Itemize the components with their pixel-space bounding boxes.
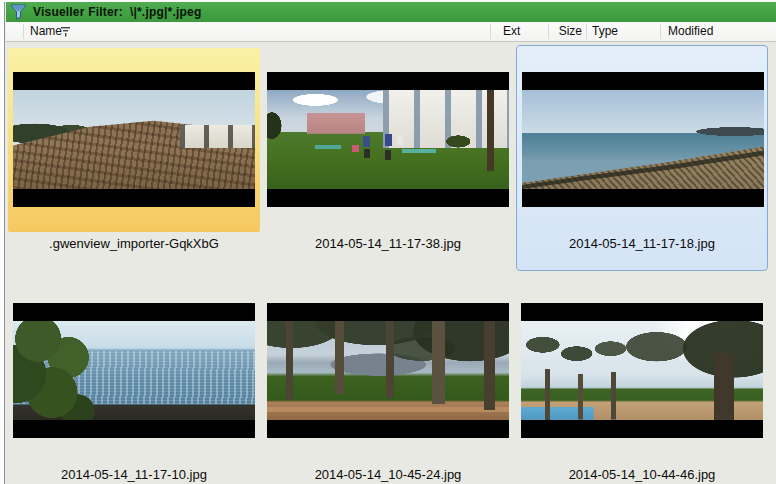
filter-bar-pattern: \|*.jpg|*.jpeg [130,5,202,19]
file-item-10-44-46[interactable]: 2014-05-14_10-44-46.jpg [516,277,768,484]
file-item-11-17-38[interactable]: 2014-05-14_11-17-38.jpg [262,46,514,272]
column-separator[interactable] [660,24,661,39]
thumbnail-image-roof [13,90,255,189]
thumbnail-image-garden [267,90,509,189]
thumbnail [267,72,509,207]
thumbnail-grid: .gwenview_importer-GqkXbG 2014-05-14_11-… [6,43,776,484]
file-name: 2014-05-14_11-17-18.jpg [517,236,767,251]
thumbnail-image-palm-shade [267,321,509,420]
thumbnail-image-tree-sea [13,321,255,420]
column-header-size[interactable]: Size [559,24,582,38]
file-name: 2014-05-14_11-17-10.jpg [8,467,260,482]
file-manager-window: Visueller Filter: \|*.jpg|*.jpeg Name Ex… [0,0,776,484]
column-header-ext[interactable]: Ext [503,24,520,38]
file-item-10-45-24[interactable]: 2014-05-14_10-45-24.jpg [262,277,514,484]
thumbnail-image-palm-pool [521,321,763,420]
column-separator[interactable] [490,24,491,39]
visual-filter-bar: Visueller Filter: \|*.jpg|*.jpeg [6,2,776,22]
thumbnail-image-coast [522,90,764,189]
file-item-11-17-10[interactable]: 2014-05-14_11-17-10.jpg [8,277,260,484]
column-separator[interactable] [586,24,587,39]
filter-funnel-icon[interactable] [60,26,71,37]
file-name: 2014-05-14_10-44-46.jpg [516,467,768,482]
funnel-icon [10,4,27,20]
file-name: .gwenview_importer-GqkXbG [8,236,260,251]
thumbnail [13,72,255,207]
column-header-row: Name Ext Size Type Modified [6,22,776,42]
panel-left-border [0,2,5,484]
thumbnail [521,303,763,438]
file-name: 2014-05-14_11-17-38.jpg [262,236,514,251]
column-header-name[interactable]: Name [30,24,62,38]
filter-bar-label: Visueller Filter: [33,5,123,19]
column-separator [23,24,24,39]
column-separator[interactable] [548,24,549,39]
thumbnail [522,72,764,207]
file-item-gwenview-importer[interactable]: .gwenview_importer-GqkXbG [8,46,260,272]
file-item-11-17-18-selected[interactable]: 2014-05-14_11-17-18.jpg [516,45,768,271]
file-name: 2014-05-14_10-45-24.jpg [262,467,514,482]
thumbnail [13,303,255,438]
column-header-modified[interactable]: Modified [668,24,713,38]
thumbnail [267,303,509,438]
column-header-type[interactable]: Type [592,24,618,38]
